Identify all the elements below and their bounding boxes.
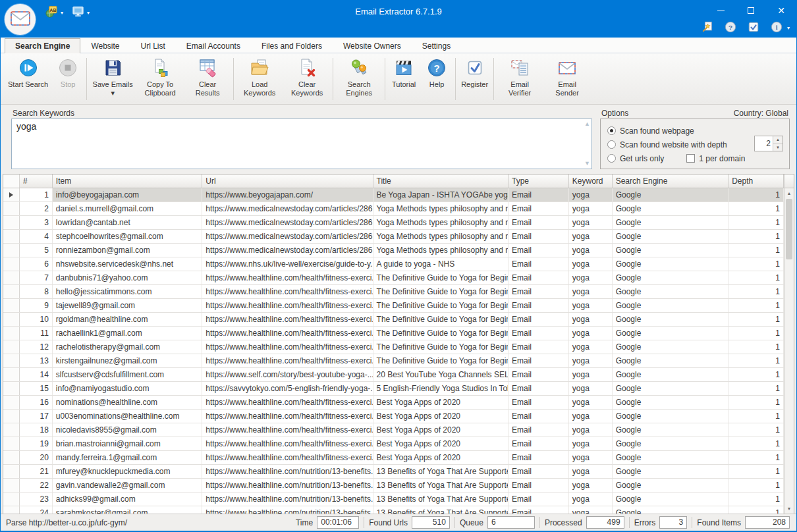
close-button[interactable]: ✕ [766, 1, 796, 20]
row-indicator-cell [3, 327, 20, 340]
scroll-down-icon[interactable]: ▼ [584, 161, 590, 167]
minimize-button[interactable] [705, 1, 736, 20]
cell-title: Best Yoga Apps of 2020 [373, 437, 508, 450]
map-pins-icon [348, 57, 370, 78]
table-row[interactable]: 20mandy.ferreira.1@gmail.comhttps://www.… [3, 451, 784, 465]
table-row[interactable]: 4stephcoelhowrites@gmail.comhttps://www.… [3, 230, 784, 244]
depth-value[interactable]: 2 [755, 136, 773, 151]
vertical-scrollbar[interactable]: ▲ ▼ [784, 174, 794, 514]
tab-website-owners[interactable]: Website Owners [333, 38, 412, 53]
email-verifier-button[interactable]: Email Verifier [496, 55, 543, 103]
table-row[interactable]: 16nominations@healthline.comhttps://www.… [3, 396, 784, 410]
clear-table-icon [197, 57, 218, 78]
tab-settings[interactable]: Settings [412, 38, 461, 53]
search-engines-button[interactable]: Search Engines [335, 55, 383, 103]
country-label[interactable]: Country: Global [734, 109, 788, 118]
column-header-item[interactable]: Item [53, 174, 202, 188]
help-button[interactable]: ? [724, 21, 737, 34]
column-header-type[interactable]: Type [508, 174, 569, 188]
column-header-num[interactable]: # [20, 174, 53, 188]
tab-email-accounts[interactable]: Email Accounts [176, 38, 251, 53]
table-row[interactable]: 2daniel.s.murrell@gmail.comhttps://www.m… [3, 202, 784, 216]
scroll-up-icon[interactable]: ▲ [584, 121, 590, 127]
table-row[interactable]: 6nhswebsite.servicedesk@nhs.nethttps://w… [3, 257, 784, 271]
statusbar-separator [364, 517, 364, 528]
cell-search-engine: Google [613, 410, 729, 423]
search-keywords-input[interactable]: yoga [12, 119, 591, 169]
clear-keywords-button[interactable]: Clear Keywords [283, 55, 331, 103]
table-row[interactable]: 8hello@jessicatimmons.comhttps://www.hea… [3, 285, 784, 299]
column-header-depth[interactable]: Depth [728, 174, 784, 188]
scrollbar-thumb[interactable] [786, 199, 792, 259]
table-row[interactable]: 14slfcustserv@cdsfulfillment.comhttps://… [3, 368, 784, 382]
cell-item: stephcoelhowrites@gmail.com [53, 230, 202, 243]
scrollbar-up-icon[interactable]: ▲ [784, 188, 794, 198]
tab-url-list[interactable]: Url List [130, 38, 176, 53]
stop-button: Stop [51, 55, 84, 103]
tutorial-button[interactable]: Tutorial [387, 55, 420, 103]
table-row[interactable]: 5ronniezambon@gmail.comhttps://www.medic… [3, 244, 784, 257]
window-controls: ✕ [705, 1, 796, 20]
table-row[interactable]: 23adhicks99@gmail.comhttps://www.healthl… [3, 492, 784, 506]
table-row[interactable]: 3lowridan@cantab.nethttps://www.medicaln… [3, 216, 784, 230]
table-row[interactable]: 17u003enominations@healthline.comhttps:/… [3, 410, 784, 423]
depth-decrement-button[interactable]: ▼ [773, 144, 783, 151]
option-get-urls-only[interactable]: Get urls only 1 per domain [607, 151, 783, 165]
status-field-label: Found Items [697, 518, 741, 527]
cell-depth: 1 [728, 327, 784, 340]
one-per-domain-checkbox[interactable] [686, 154, 695, 163]
table-row[interactable]: 13kirstengailnunez@gmail.comhttps://www.… [3, 354, 784, 368]
table-row[interactable]: 18nicoledavis8955@gmail.comhttps://www.h… [3, 423, 784, 437]
table-row[interactable]: 21mfurey@knucklepuckmedia.comhttps://www… [3, 465, 784, 479]
tab-search-engine[interactable]: Search Engine [5, 38, 80, 53]
table-row[interactable]: 7danbubnis71@yahoo.comhttps://www.health… [3, 271, 784, 285]
table-row[interactable]: 15info@namiyogastudio.comhttps://savvyto… [3, 382, 784, 396]
help-button[interactable]: ?Help [420, 55, 453, 103]
copy-to-clipboard-button[interactable]: Copy To Clipboard [136, 55, 184, 103]
cell-depth: 1 [728, 368, 784, 381]
register-button[interactable]: Register [458, 55, 491, 103]
one-per-domain-option[interactable]: 1 per domain [686, 154, 745, 163]
table-row[interactable]: 24sarahmkoster@gmail.comhttps://www.heal… [3, 506, 784, 514]
cell-item: nhswebsite.servicedesk@nhs.net [53, 257, 202, 271]
maximize-button[interactable] [736, 1, 766, 20]
save-emails-button[interactable]: Save Emails ▾ [89, 55, 136, 103]
cell-type: Email [508, 257, 569, 271]
table-row[interactable]: 10rgoldman@healthline.comhttps://www.hea… [3, 313, 784, 327]
cell-title: Yoga Methods types philosophy and risks [373, 216, 508, 229]
cell-type: Email [508, 492, 569, 506]
tab-files-and-folders[interactable]: Files and Folders [251, 38, 333, 53]
tab-website[interactable]: Website [80, 38, 130, 53]
column-header-title[interactable]: Title [373, 174, 508, 188]
column-header-search-engine[interactable]: Search Engine [613, 174, 729, 188]
column-header-keyword[interactable]: Keyword [569, 174, 613, 188]
depth-increment-button[interactable]: ▲ [773, 136, 783, 144]
status-field-value: 6 [487, 516, 535, 529]
table-row[interactable]: 22gavin.vandewalle2@gmail.comhttps://www… [3, 479, 784, 492]
start-search-button[interactable]: Start Search [5, 55, 51, 103]
cell-depth: 1 [728, 479, 784, 492]
cell-type: Email [508, 285, 569, 298]
about-button[interactable]: i [770, 21, 783, 34]
email-sender-button[interactable]: Email Sender [543, 55, 591, 103]
radio-get-urls-only[interactable] [607, 154, 616, 163]
cell-search-engine: Google [613, 188, 729, 201]
wizard-button[interactable] [701, 21, 714, 34]
dropdown-caret-icon[interactable]: ▾ [787, 25, 790, 31]
load-keywords-button[interactable]: Load Keywords [236, 55, 283, 103]
table-row[interactable]: 9tajewell89@gmail.comhttps://www.healthl… [3, 299, 784, 313]
cell-depth: 1 [728, 465, 784, 478]
table-row[interactable]: 12rachelotistherapy@gmail.comhttps://www… [3, 340, 784, 354]
row-indicator-cell [3, 299, 20, 312]
scrollbar-down-icon[interactable]: ▼ [784, 504, 794, 514]
column-header-url[interactable]: Url [202, 174, 373, 188]
table-row[interactable]: 11rachaellink1@gmail.comhttps://www.heal… [3, 327, 784, 340]
register-button[interactable] [747, 21, 760, 34]
table-row[interactable]: 19brian.mastroianni@gmail.comhttps://www… [3, 437, 784, 451]
table-row[interactable]: 1info@beyogajapan.comhttps://www.beyogaj… [3, 188, 784, 202]
status-field-value: 208 [745, 516, 790, 529]
radio-scan-found-webpage[interactable] [607, 126, 616, 135]
radio-scan-website-depth[interactable] [607, 140, 616, 149]
clear-results-button[interactable]: Clear Results [184, 55, 231, 103]
toolbar-button-label: Clear Results [187, 80, 228, 97]
